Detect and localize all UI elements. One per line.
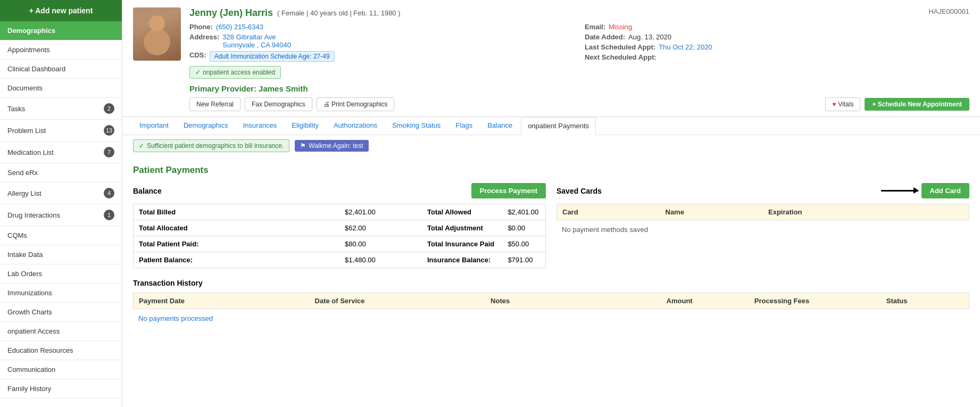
sidebar-item-drug-interactions[interactable]: Drug Interactions1 [0, 204, 122, 226]
sidebar-item-family-history[interactable]: Family History [0, 379, 122, 398]
sidebar-item-label: Education Resources [7, 346, 73, 354]
right-info-col: Email: Missing Date Added: Aug. 13, 2020… [585, 23, 969, 62]
balance-val1: $80.00 [339, 236, 422, 252]
balance-row: Total Allocated $62.00 Total Adjustment … [134, 220, 546, 236]
transaction-header: Payment Date Date of Service Notes Amoun… [133, 293, 969, 309]
sidebar-item-label: Documents [7, 84, 43, 92]
address-label: Address: [189, 33, 219, 41]
sidebar-item-communication[interactable]: Communication [0, 360, 122, 379]
tab-smoking-status[interactable]: Smoking Status [386, 117, 447, 135]
sidebar-item-cqms[interactable]: CQMs [0, 226, 122, 245]
email-label: Email: [585, 23, 605, 31]
balance-row: Patient Balance: $1,480.00 Insurance Bal… [134, 252, 546, 268]
sidebar-item-tasks[interactable]: Tasks2 [0, 98, 122, 120]
phone-label: Phone: [189, 23, 213, 31]
payments-grid: Balance Process Payment Total Billed $2,… [133, 183, 969, 268]
name-col-header: Name [660, 204, 763, 220]
walkme-badge[interactable]: ⚑ Walkme Again: test [295, 140, 368, 152]
tab-important[interactable]: Important [133, 117, 175, 135]
sidebar-item-onpatient-access[interactable]: onpatient Access [0, 322, 122, 341]
sidebar-item-badge: 2 [104, 103, 114, 114]
sidebar-item-clinical-dashboard[interactable]: Clinical Dashboard [0, 60, 122, 79]
transaction-title: Transaction History [133, 279, 969, 287]
tab-authorizations[interactable]: Authorizations [327, 117, 384, 135]
next-appt-label: Next Scheduled Appt: [585, 53, 657, 61]
no-payments-link[interactable]: No payments processed [133, 309, 969, 328]
processing-fees-col: Processing Fees [749, 293, 881, 309]
last-appt-label: Last Scheduled Appt: [585, 43, 655, 51]
balance-label2: Total Allowed [422, 204, 502, 220]
balance-label2: Total Insurance Paid [422, 236, 502, 252]
sidebar-item-send-erx[interactable]: Send eRx [0, 163, 122, 182]
sidebar-nav: DemographicsAppointmentsClinical Dashboa… [0, 21, 122, 398]
last-appt-value[interactable]: Thu Oct 22, 2020 [659, 43, 712, 51]
sidebar-item-label: Intake Data [7, 251, 43, 259]
fax-demographics-button[interactable]: Fax Demographics [245, 97, 312, 111]
cds-label: CDS: [189, 51, 206, 59]
tab-eligibility[interactable]: Eligibility [285, 117, 325, 135]
address-line1[interactable]: 328 Gibraltar Ave [222, 33, 291, 41]
date-added-value: Aug. 13, 2020 [628, 33, 671, 41]
process-payment-button[interactable]: Process Payment [471, 183, 546, 198]
sidebar-item-label: Allergy List [7, 189, 41, 197]
vitals-label: Vitals [838, 101, 853, 108]
cds-tag[interactable]: Adult Immunization Schedule Age: 27-49 [210, 51, 335, 62]
onpatient-badge-text: onpatient access enabled [203, 69, 275, 76]
heart-icon: ♥ [832, 101, 836, 108]
tab-flags[interactable]: Flags [449, 117, 479, 135]
sufficient-alert: ✓ Sufficient patient demographics to bil… [133, 139, 289, 152]
add-card-button[interactable]: Add Card [921, 183, 970, 198]
sidebar-item-problem-list[interactable]: Problem List13 [0, 120, 122, 142]
patient-photo [133, 7, 181, 61]
tab-balance[interactable]: Balance [481, 117, 519, 135]
no-cards-message: No payment methods saved [557, 220, 969, 239]
checkmark-icon: ✓ [195, 69, 201, 76]
address-line2[interactable]: Sunnyvale , CA 94040 [222, 41, 291, 49]
sidebar-item-badge: 13 [104, 125, 114, 136]
notes-col: Notes [485, 293, 661, 309]
sidebar-item-appointments[interactable]: Appointments [0, 40, 122, 60]
payment-date-col: Payment Date [134, 293, 310, 309]
cards-table-header: Card Name Expiration [557, 204, 969, 220]
print-demographics-button[interactable]: 🖨 Print Demographics [317, 97, 395, 111]
new-referral-button[interactable]: New Referral [189, 97, 240, 111]
balance-section: Balance Process Payment Total Billed $2,… [133, 183, 546, 268]
date-added-label: Date Added: [585, 33, 625, 41]
walkme-text: Walkme Again: test [309, 142, 363, 149]
patient-details-grid: Phone: (650) 215-6343 Address: 328 Gibra… [189, 23, 969, 62]
patient-header: Jenny (Jen) Harris ( Female | 40 years o… [122, 0, 980, 117]
sidebar-item-label: Communication [7, 366, 55, 373]
sidebar-item-documents[interactable]: Documents [0, 79, 122, 98]
sidebar-item-growth-charts[interactable]: Growth Charts [0, 303, 122, 322]
primary-provider: Primary Provider: James Smith [189, 84, 969, 93]
sidebar-item-intake-data[interactable]: Intake Data [0, 245, 122, 264]
phone-value[interactable]: (650) 215-6343 [216, 23, 263, 31]
content-area: Patient Payments Balance Process Payment… [122, 156, 980, 407]
schedule-appointment-button[interactable]: + Schedule New Appointment [865, 98, 969, 111]
sidebar-item-lab-orders[interactable]: Lab Orders [0, 264, 122, 284]
tab-onpatient-payments[interactable]: onpatient Payments [521, 117, 596, 135]
balance-val1: $62.00 [339, 220, 422, 236]
vitals-button[interactable]: ♥ Vitals [825, 97, 860, 111]
flag-icon: ⚑ [300, 142, 306, 149]
sidebar-item-allergy-list[interactable]: Allergy List4 [0, 182, 122, 204]
balance-label1: Patient Balance: [134, 252, 340, 268]
sidebar-item-label: Problem List [7, 127, 46, 135]
sidebar-item-demographics[interactable]: Demographics [0, 21, 122, 40]
sidebar-item-immunizations[interactable]: Immunizations [0, 284, 122, 303]
tab-insurances[interactable]: Insurances [237, 117, 284, 135]
balance-row: Total Billed $2,401.00 Total Allowed $2,… [134, 204, 546, 220]
patient-name: Jenny (Jen) Harris [189, 7, 273, 19]
patient-info: Jenny (Jen) Harris ( Female | 40 years o… [189, 7, 969, 111]
sidebar-item-education-resources[interactable]: Education Resources [0, 341, 122, 360]
sufficient-text: Sufficient patient demographics to bill … [147, 142, 284, 149]
add-new-patient-button[interactable]: + Add new patient [0, 0, 122, 21]
balance-val2: $791.00 [502, 252, 545, 268]
right-action-buttons: ♥ Vitals + Schedule New Appointment [825, 97, 969, 111]
status-col: Status [881, 293, 969, 309]
balance-label2: Insurance Balance: [422, 252, 502, 268]
tab-demographics[interactable]: Demographics [177, 117, 235, 135]
balance-label1: Total Patient Paid: [134, 236, 340, 252]
sidebar-item-medication-list[interactable]: Medication List7 [0, 142, 122, 163]
saved-cards-section: Saved Cards Add Card Card Name Expiratio… [557, 183, 969, 268]
